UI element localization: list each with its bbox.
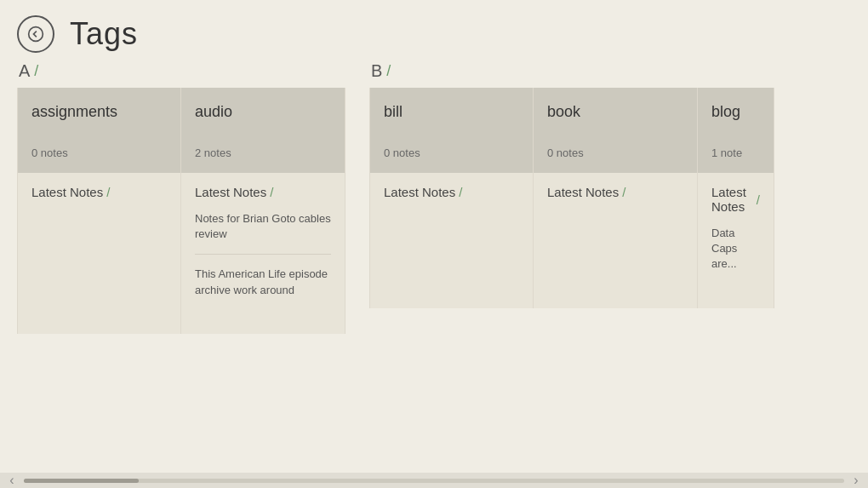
tag-count-assignments: 0 notes [31, 146, 167, 159]
tag-header-book: book 0 notes [534, 88, 697, 173]
section-a-letter: A [19, 61, 30, 81]
latest-notes-label-audio: Latest Notes / [195, 185, 331, 199]
tag-name-book: book [547, 103, 683, 121]
tag-card-book[interactable]: book 0 notes Latest Notes / [534, 88, 698, 308]
tag-header-assignments: assignments 0 notes [18, 88, 180, 173]
tag-card-assignments[interactable]: assignments 0 notes Latest Notes / [17, 88, 181, 334]
tag-name-assignments: assignments [31, 103, 167, 121]
tag-notes-audio: Latest Notes / Notes for Brian Goto cabl… [181, 173, 345, 334]
section-a: A / assignments 0 notes Latest Notes / [17, 61, 345, 334]
tag-header-audio: audio 2 notes [181, 88, 345, 173]
tag-count-blog: 1 note [711, 146, 760, 159]
tag-header-blog: blog 1 note [698, 88, 774, 173]
section-b: B / bill 0 notes Latest Notes / [369, 61, 774, 334]
content-area: A / assignments 0 notes Latest Notes / [0, 61, 868, 334]
tag-card-bill[interactable]: bill 0 notes Latest Notes / [369, 88, 534, 308]
section-b-letter: B [371, 61, 382, 81]
svg-point-0 [29, 27, 43, 42]
tag-card-audio[interactable]: audio 2 notes Latest Notes / Notes for B… [181, 88, 345, 334]
tag-name-audio: audio [195, 103, 331, 121]
scroll-left-arrow[interactable]: ‹ [3, 474, 20, 486]
tag-card-blog[interactable]: blog 1 note Latest Notes / Data Caps are… [698, 88, 774, 308]
latest-notes-label-blog: Latest Notes / [711, 185, 760, 214]
page-title: Tags [70, 16, 138, 52]
tag-count-bill: 0 notes [384, 146, 519, 159]
note-item-blog-1: Data Caps are... [711, 226, 760, 284]
section-b-slash: / [386, 62, 391, 80]
back-button[interactable] [17, 15, 54, 53]
scroll-right-arrow[interactable]: › [848, 474, 865, 486]
note-item-audio-1: Notes for Brian Goto cables review [195, 211, 331, 255]
bottom-scrollbar: ‹ › [0, 473, 868, 488]
latest-notes-slash-audio: / [270, 185, 273, 199]
section-b-header: B / [369, 61, 774, 81]
header: Tags [0, 0, 868, 61]
tag-count-audio: 2 notes [195, 146, 331, 159]
section-a-slash: / [34, 62, 38, 80]
latest-notes-label-assignments: Latest Notes / [31, 185, 167, 199]
latest-notes-slash-blog: / [757, 192, 760, 207]
latest-notes-label-bill: Latest Notes / [384, 185, 519, 199]
tag-notes-bill: Latest Notes / [370, 173, 533, 308]
latest-notes-label-book: Latest Notes / [547, 185, 683, 199]
tag-notes-book: Latest Notes / [534, 173, 697, 308]
scroll-thumb [24, 479, 139, 483]
all-tags-container: A / assignments 0 notes Latest Notes / [17, 61, 851, 334]
tag-count-book: 0 notes [547, 146, 683, 159]
section-b-cards: bill 0 notes Latest Notes / book 0 not [369, 88, 774, 308]
tag-notes-blog: Latest Notes / Data Caps are... [698, 173, 774, 308]
tag-header-bill: bill 0 notes [370, 88, 533, 173]
tag-name-blog: blog [711, 103, 760, 121]
latest-notes-slash-assignments: / [106, 185, 110, 199]
section-a-header: A / [17, 61, 345, 81]
tag-notes-assignments: Latest Notes / [18, 173, 180, 334]
section-a-cards: assignments 0 notes Latest Notes / audio [17, 88, 345, 334]
note-item-audio-2: This American Life episode archive work … [195, 267, 331, 309]
latest-notes-slash-bill: / [459, 185, 462, 199]
latest-notes-slash-book: / [622, 185, 625, 199]
tag-name-bill: bill [384, 103, 519, 121]
scroll-track[interactable] [24, 479, 844, 483]
